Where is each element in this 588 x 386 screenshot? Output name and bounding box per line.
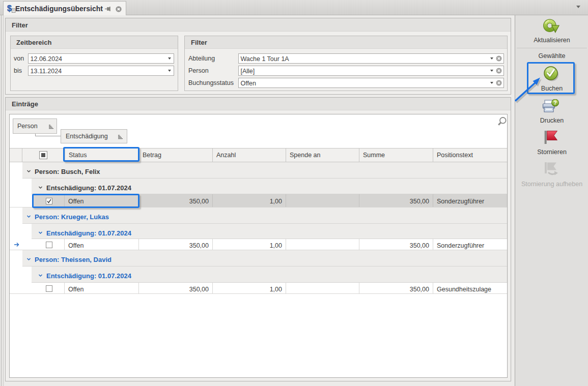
svg-text:$: $ xyxy=(7,4,12,13)
svg-text:?: ? xyxy=(553,100,556,106)
